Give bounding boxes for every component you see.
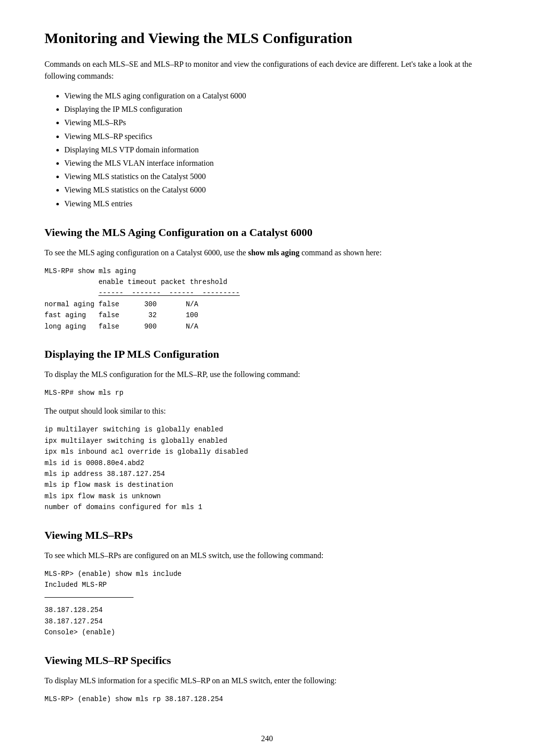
section1-command-bold: show mls aging [248, 248, 300, 257]
list-item: Viewing MLS–RPs [64, 116, 490, 129]
section3-code1: MLS-RP> (enable) show mls include Includ… [44, 568, 490, 591]
intro-paragraph: Commands on each MLS–SE and MLS–RP to mo… [44, 58, 490, 82]
section2-intro: To display the MLS configuration for the… [44, 369, 490, 380]
section4-intro: To display MLS information for a specifi… [44, 675, 490, 687]
list-item: Viewing MLS statistics on the Catalyst 5… [64, 170, 490, 183]
list-item: Viewing MLS statistics on the Catalyst 6… [64, 183, 490, 196]
section1-heading: Viewing the MLS Aging Configuration on a… [44, 226, 490, 239]
separator-line [44, 597, 134, 598]
section1-intro-text: To see the MLS aging configuration on a … [44, 248, 248, 257]
section3-heading: Viewing MLS–RPs [44, 529, 490, 542]
section1-code: MLS-RP# show mls aging enable timeout pa… [44, 266, 490, 332]
list-item: Viewing MLS entries [64, 197, 490, 210]
section2-code2: ip multilayer switching is globally enab… [44, 424, 490, 513]
section2-heading: Displaying the IP MLS Configuration [44, 348, 490, 361]
bullet-list: Viewing the MLS aging configuration on a… [64, 89, 490, 210]
page-number: 240 [44, 734, 490, 743]
list-item: Viewing the MLS aging configuration on a… [64, 89, 490, 102]
list-item: Viewing MLS–RP specifics [64, 130, 490, 143]
section3-code2: 38.187.128.254 38.187.127.254 Console> (… [44, 605, 490, 638]
page-title: Monitoring and Viewing the MLS Configura… [44, 30, 490, 47]
list-item: Displaying MLS VTP domain information [64, 143, 490, 156]
list-item: Viewing the MLS VLAN interface informati… [64, 156, 490, 170]
section1-intro: To see the MLS aging configuration on a … [44, 247, 490, 259]
section2-middle-text: The output should look similar to this: [44, 405, 490, 417]
list-item: Displaying the IP MLS configuration [64, 102, 490, 116]
section4-heading: Viewing MLS–RP Specifics [44, 654, 490, 667]
section4-code: MLS-RP> (enable) show mls rp 38.187.128.… [44, 694, 490, 705]
section2-code1: MLS-RP# show mls rp [44, 387, 490, 398]
section1-intro-end: command as shown here: [300, 248, 382, 257]
section3-intro: To see which MLS–RPs are configured on a… [44, 550, 490, 562]
